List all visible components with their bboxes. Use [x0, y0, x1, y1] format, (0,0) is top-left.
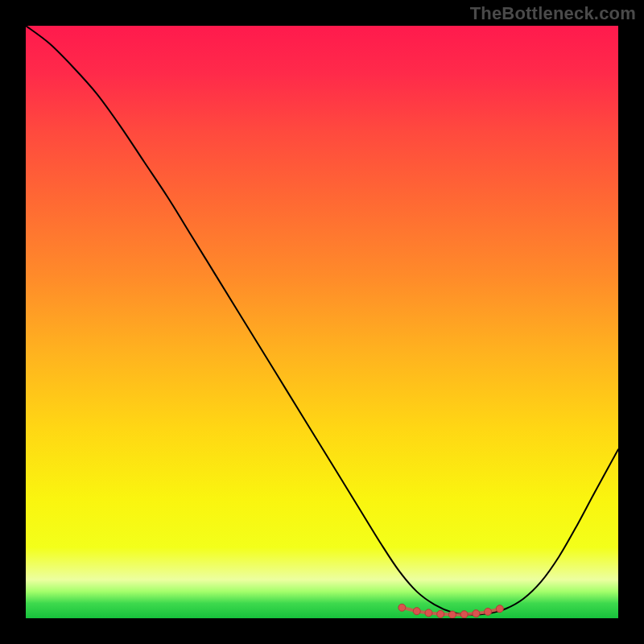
- optimal-marker: [460, 611, 468, 618]
- optimal-marker: [448, 611, 456, 618]
- optimal-marker: [437, 610, 444, 617]
- heat-gradient: [26, 26, 618, 618]
- chart-frame: TheBottleneck.com: [0, 0, 644, 644]
- optimal-marker: [473, 610, 480, 617]
- plot-area: [26, 26, 618, 618]
- optimal-marker: [485, 608, 492, 615]
- optimal-marker: [413, 608, 420, 615]
- optimal-marker: [496, 605, 503, 613]
- optimal-marker: [425, 609, 432, 617]
- chart-svg: [26, 26, 618, 618]
- optimal-marker: [398, 604, 406, 611]
- watermark-label: TheBottleneck.com: [470, 3, 636, 24]
